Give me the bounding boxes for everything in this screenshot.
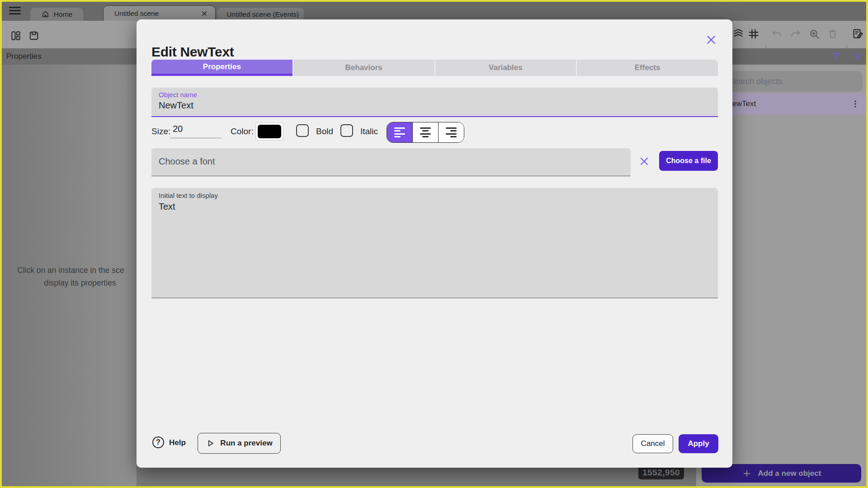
align-left-button[interactable] [387,122,412,142]
cancel-label: Cancel [641,439,665,448]
bold-checkbox[interactable] [296,124,309,137]
close-dialog-icon[interactable] [705,33,717,46]
properties-panel: Click on an instance in the sce display … [0,65,137,486]
object-name-value: NewText [159,100,193,111]
properties-panel-header: Properties [0,48,137,65]
object-name-label: Object name [159,91,197,99]
choose-file-label: Choose a file [666,157,711,165]
color-label: Color: [231,127,254,136]
align-right-button[interactable] [438,122,464,142]
tab-events-label: Untitled scene (Events) [226,10,299,19]
align-center-button[interactable] [412,122,438,142]
properties-hint-line1: Click on an instance in the sce [17,266,124,275]
align-right-icon [446,127,457,138]
tab-untitled-scene[interactable]: Untitled scene [103,5,216,21]
align-left-icon [394,127,405,138]
size-input[interactable]: 20 [170,124,222,138]
add-new-object-label: Add a new object [758,469,821,478]
color-swatch-button[interactable] [255,122,283,141]
grid-icon[interactable] [747,28,760,40]
dialog-tabs: Properties Behaviors Variables Effects [151,60,718,76]
filter-icon[interactable] [831,51,842,62]
play-icon [206,439,215,448]
undo-icon[interactable] [771,28,783,40]
italic-label: Italic [360,127,378,136]
more-options-icon[interactable] [851,99,860,108]
size-label: Size: [151,127,170,136]
size-value: 20 [170,124,183,134]
apply-button[interactable]: Apply [679,434,718,453]
help-icon[interactable]: ? [152,436,164,448]
initial-text-textarea[interactable]: Initial text to display Text [151,188,718,298]
edit-object-dialog: Edit NewText Properties Behaviors Variab… [137,19,732,468]
color-swatch [258,125,281,138]
tab-home-label: Home [54,10,72,19]
run-preview-label: Run a preview [220,439,272,448]
tab-effects[interactable]: Effects [576,60,718,76]
tab-behaviors[interactable]: Behaviors [292,60,434,76]
run-preview-button[interactable]: Run a preview [198,433,281,454]
panels-layout-icon[interactable] [10,30,22,42]
initial-text-label: Initial text to display [159,192,218,199]
close-panel-icon[interactable] [852,51,863,62]
plus-icon [742,469,752,479]
zoom-in-icon[interactable] [808,28,821,40]
layers-icon[interactable] [732,28,744,39]
close-icon[interactable] [201,10,208,17]
menu-icon[interactable] [9,7,21,15]
search-objects-input[interactable]: Search objects [722,71,863,92]
bold-label: Bold [316,127,333,136]
search-objects-placeholder: Search objects [728,77,782,86]
tab-variables[interactable]: Variables [434,60,576,76]
dialog-title: Edit NewText [151,44,234,60]
save-icon[interactable] [28,30,40,42]
tab-home[interactable]: Home [30,8,83,21]
tab-untitled-scene-label: Untitled scene [114,9,201,18]
font-select-field[interactable]: Choose a font [151,148,631,176]
clear-font-icon[interactable] [638,155,650,167]
tab-untitled-scene-events[interactable]: Untitled scene (Events) [217,8,304,21]
initial-text-value: Text [159,202,175,212]
cancel-button[interactable]: Cancel [632,434,673,453]
object-name-field[interactable]: Object name NewText [151,88,718,117]
align-center-icon [420,127,431,138]
help-label[interactable]: Help [169,438,186,447]
tab-properties[interactable]: Properties [151,60,292,76]
font-placeholder: Choose a font [159,156,215,167]
cursor-coordinates-value: 1552,950 [642,468,680,478]
properties-panel-title: Properties [6,52,41,61]
home-icon [41,10,50,19]
apply-label: Apply [688,439,709,448]
trash-icon[interactable] [827,28,839,40]
choose-file-button[interactable]: Choose a file [659,151,718,171]
redo-icon[interactable] [789,28,801,40]
properties-hint-line2: display its properties [44,278,116,288]
italic-checkbox[interactable] [340,124,353,137]
tab-bar: Home Untitled scene Untitled scene (Even… [0,0,868,21]
text-alignment-group [387,122,464,143]
edit-events-icon[interactable] [852,28,864,40]
app-root: Home Untitled scene Untitled scene (Even… [0,0,868,488]
